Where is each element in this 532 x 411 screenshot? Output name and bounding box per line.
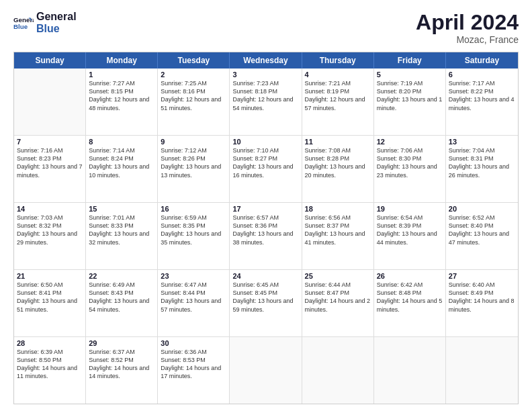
location-label: Mozac, France xyxy=(416,34,519,45)
cal-week-3: 14Sunrise: 7:03 AMSunset: 8:32 PMDayligh… xyxy=(14,203,518,270)
logo-blue: Blue xyxy=(36,23,77,35)
cell-details: Sunrise: 7:21 AMSunset: 8:19 PMDaylight:… xyxy=(305,79,371,112)
cal-cell-day-16: 16Sunrise: 6:59 AMSunset: 8:35 PMDayligh… xyxy=(158,203,230,269)
day-number: 30 xyxy=(161,339,226,347)
cal-cell-day-5: 5Sunrise: 7:19 AMSunset: 8:20 PMDaylight… xyxy=(374,68,446,135)
title-block: April 2024 Mozac, France xyxy=(416,11,519,45)
day-number: 29 xyxy=(89,339,154,347)
cal-header-thursday: Thursday xyxy=(302,52,374,68)
day-number: 6 xyxy=(449,71,515,79)
day-number: 7 xyxy=(17,138,83,146)
cell-details: Sunrise: 7:14 AMSunset: 8:24 PMDaylight:… xyxy=(89,146,154,179)
cell-details: Sunrise: 7:10 AMSunset: 8:27 PMDaylight:… xyxy=(232,146,298,179)
cal-week-1: 1Sunrise: 7:27 AMSunset: 8:15 PMDaylight… xyxy=(14,68,518,136)
cell-details: Sunrise: 6:56 AMSunset: 8:37 PMDaylight:… xyxy=(305,214,371,246)
cal-cell-day-12: 12Sunrise: 7:06 AMSunset: 8:30 PMDayligh… xyxy=(374,136,446,202)
cell-details: Sunrise: 6:54 AMSunset: 8:39 PMDaylight:… xyxy=(377,214,443,246)
day-number: 16 xyxy=(161,205,226,213)
day-number: 11 xyxy=(305,138,371,146)
cell-details: Sunrise: 6:36 AMSunset: 8:53 PMDaylight:… xyxy=(161,348,226,381)
cal-cell-day-21: 21Sunrise: 6:50 AMSunset: 8:41 PMDayligh… xyxy=(14,270,86,336)
cell-details: Sunrise: 6:59 AMSunset: 8:35 PMDaylight:… xyxy=(161,214,226,246)
day-number: 21 xyxy=(17,272,83,280)
cal-cell-day-30: 30Sunrise: 6:36 AMSunset: 8:53 PMDayligh… xyxy=(158,337,230,404)
cal-cell-day-22: 22Sunrise: 6:49 AMSunset: 8:43 PMDayligh… xyxy=(86,270,158,336)
calendar: SundayMondayTuesdayWednesdayThursdayFrid… xyxy=(13,52,519,404)
svg-text:Blue: Blue xyxy=(13,23,28,30)
cell-details: Sunrise: 7:25 AMSunset: 8:16 PMDaylight:… xyxy=(161,79,226,112)
cal-cell-empty xyxy=(230,337,302,404)
cal-cell-day-26: 26Sunrise: 6:42 AMSunset: 8:48 PMDayligh… xyxy=(374,270,446,336)
cal-week-4: 21Sunrise: 6:50 AMSunset: 8:41 PMDayligh… xyxy=(14,270,518,337)
cell-details: Sunrise: 6:52 AMSunset: 8:40 PMDaylight:… xyxy=(449,214,515,246)
cal-header-monday: Monday xyxy=(86,52,158,68)
day-number: 23 xyxy=(161,272,226,280)
cell-details: Sunrise: 7:08 AMSunset: 8:28 PMDaylight:… xyxy=(305,146,371,179)
logo-general: General xyxy=(36,11,77,23)
cal-cell-day-1: 1Sunrise: 7:27 AMSunset: 8:15 PMDaylight… xyxy=(86,68,158,135)
day-number: 9 xyxy=(161,138,226,146)
cal-cell-day-2: 2Sunrise: 7:25 AMSunset: 8:16 PMDaylight… xyxy=(158,68,230,135)
cal-cell-empty xyxy=(302,337,374,404)
cell-details: Sunrise: 6:50 AMSunset: 8:41 PMDaylight:… xyxy=(17,281,83,314)
cell-details: Sunrise: 7:01 AMSunset: 8:33 PMDaylight:… xyxy=(89,214,154,246)
cal-week-5: 28Sunrise: 6:39 AMSunset: 8:50 PMDayligh… xyxy=(14,337,518,404)
day-number: 14 xyxy=(17,205,83,213)
day-number: 15 xyxy=(89,205,154,213)
day-number: 1 xyxy=(89,71,154,79)
cal-cell-day-11: 11Sunrise: 7:08 AMSunset: 8:28 PMDayligh… xyxy=(302,136,374,202)
cal-header-saturday: Saturday xyxy=(446,52,518,68)
cell-details: Sunrise: 7:12 AMSunset: 8:26 PMDaylight:… xyxy=(161,146,226,179)
day-number: 24 xyxy=(232,272,298,280)
day-number: 18 xyxy=(305,205,371,213)
cell-details: Sunrise: 6:45 AMSunset: 8:45 PMDaylight:… xyxy=(232,281,298,314)
cell-details: Sunrise: 6:39 AMSunset: 8:50 PMDaylight:… xyxy=(17,348,83,381)
cell-details: Sunrise: 7:17 AMSunset: 8:22 PMDaylight:… xyxy=(449,79,515,112)
cal-cell-day-20: 20Sunrise: 6:52 AMSunset: 8:40 PMDayligh… xyxy=(446,203,518,269)
day-number: 4 xyxy=(305,71,371,79)
page: General Blue General Blue April 2024 Moz… xyxy=(0,0,532,411)
cal-header-sunday: Sunday xyxy=(14,52,86,68)
cell-details: Sunrise: 7:19 AMSunset: 8:20 PMDaylight:… xyxy=(377,79,443,112)
cal-cell-day-15: 15Sunrise: 7:01 AMSunset: 8:33 PMDayligh… xyxy=(86,203,158,269)
day-number: 19 xyxy=(377,205,443,213)
cal-cell-day-3: 3Sunrise: 7:23 AMSunset: 8:18 PMDaylight… xyxy=(230,68,302,135)
cell-details: Sunrise: 6:42 AMSunset: 8:48 PMDaylight:… xyxy=(377,281,443,314)
cell-details: Sunrise: 6:44 AMSunset: 8:47 PMDaylight:… xyxy=(305,281,371,314)
cal-cell-day-13: 13Sunrise: 7:04 AMSunset: 8:31 PMDayligh… xyxy=(446,136,518,202)
cell-details: Sunrise: 7:03 AMSunset: 8:32 PMDaylight:… xyxy=(17,214,83,246)
day-number: 13 xyxy=(449,138,515,146)
cal-cell-day-10: 10Sunrise: 7:10 AMSunset: 8:27 PMDayligh… xyxy=(230,136,302,202)
cal-cell-day-9: 9Sunrise: 7:12 AMSunset: 8:26 PMDaylight… xyxy=(158,136,230,202)
cal-cell-day-8: 8Sunrise: 7:14 AMSunset: 8:24 PMDaylight… xyxy=(86,136,158,202)
cal-header-tuesday: Tuesday xyxy=(158,52,230,68)
header: General Blue General Blue April 2024 Moz… xyxy=(13,11,519,45)
cal-cell-day-28: 28Sunrise: 6:39 AMSunset: 8:50 PMDayligh… xyxy=(14,337,86,404)
cal-cell-day-18: 18Sunrise: 6:56 AMSunset: 8:37 PMDayligh… xyxy=(302,203,374,269)
cal-cell-day-4: 4Sunrise: 7:21 AMSunset: 8:19 PMDaylight… xyxy=(302,68,374,135)
day-number: 2 xyxy=(161,71,226,79)
cell-details: Sunrise: 7:06 AMSunset: 8:30 PMDaylight:… xyxy=(377,146,443,179)
calendar-body: 1Sunrise: 7:27 AMSunset: 8:15 PMDaylight… xyxy=(14,68,518,404)
cell-details: Sunrise: 7:27 AMSunset: 8:15 PMDaylight:… xyxy=(89,79,154,112)
day-number: 5 xyxy=(377,71,443,79)
cal-cell-day-29: 29Sunrise: 6:37 AMSunset: 8:52 PMDayligh… xyxy=(86,337,158,404)
day-number: 27 xyxy=(449,272,515,280)
calendar-header-row: SundayMondayTuesdayWednesdayThursdayFrid… xyxy=(14,52,518,68)
cal-header-friday: Friday xyxy=(374,52,446,68)
cal-cell-empty xyxy=(374,337,446,404)
cal-cell-day-23: 23Sunrise: 6:47 AMSunset: 8:44 PMDayligh… xyxy=(158,270,230,336)
day-number: 20 xyxy=(449,205,515,213)
cal-cell-day-7: 7Sunrise: 7:16 AMSunset: 8:23 PMDaylight… xyxy=(14,136,86,202)
day-number: 28 xyxy=(17,339,83,347)
day-number: 26 xyxy=(377,272,443,280)
cell-details: Sunrise: 7:16 AMSunset: 8:23 PMDaylight:… xyxy=(17,146,83,179)
cal-cell-empty xyxy=(446,337,518,404)
cell-details: Sunrise: 6:49 AMSunset: 8:43 PMDaylight:… xyxy=(89,281,154,314)
cell-details: Sunrise: 6:47 AMSunset: 8:44 PMDaylight:… xyxy=(161,281,226,314)
logo: General Blue General Blue xyxy=(13,11,77,34)
cal-cell-day-25: 25Sunrise: 6:44 AMSunset: 8:47 PMDayligh… xyxy=(302,270,374,336)
month-year-title: April 2024 xyxy=(416,11,519,34)
day-number: 3 xyxy=(232,71,298,79)
day-number: 10 xyxy=(232,138,298,146)
